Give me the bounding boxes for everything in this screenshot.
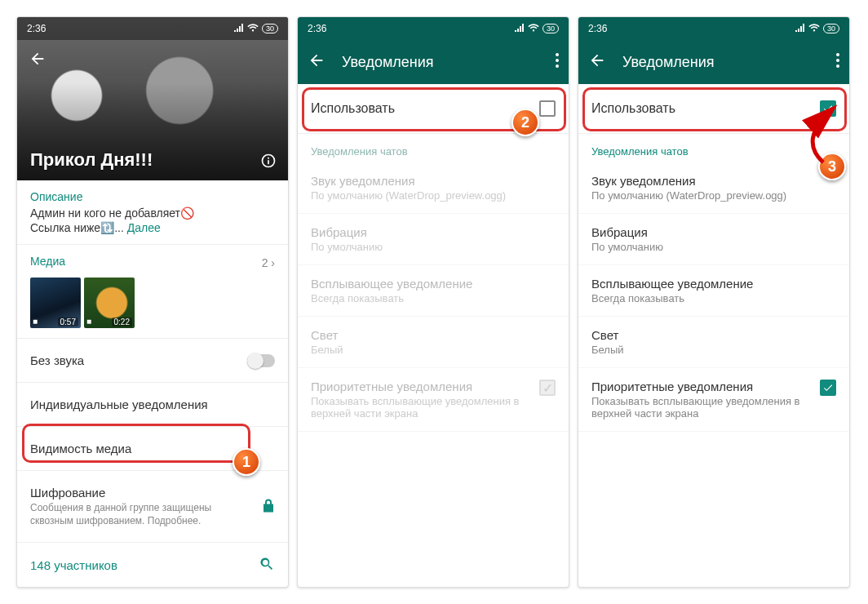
use-label: Использовать — [311, 101, 395, 116]
custom-notifications-row[interactable]: Индивидуальные уведомления — [17, 383, 288, 427]
status-bar: 2:36 30 — [17, 17, 288, 40]
app-bar: Уведомления — [298, 40, 569, 84]
battery-icon: 30 — [823, 24, 839, 33]
wifi-icon — [528, 24, 539, 33]
svg-point-1 — [268, 158, 269, 159]
status-bar: 2:36 30 — [298, 17, 569, 40]
description-heading: Описание — [30, 190, 275, 203]
light-row: Свет Белый — [298, 317, 569, 368]
priority-checkbox[interactable] — [820, 380, 836, 396]
wifi-icon — [247, 24, 259, 33]
chat-notif-header: Уведомления чатов — [298, 134, 569, 162]
search-icon[interactable] — [259, 556, 275, 575]
back-button[interactable] — [29, 50, 46, 71]
more-icon[interactable] — [556, 53, 559, 72]
priority-checkbox: ✓ — [539, 380, 556, 396]
media-section[interactable]: Медиа 2 › ■ 0:57 ■ 0:22 — [17, 245, 288, 339]
chat-notif-header: Уведомления чатов — [578, 134, 849, 162]
light-row[interactable]: Свет Белый — [578, 317, 849, 368]
use-label: Использовать — [591, 101, 675, 116]
encryption-row[interactable]: Шифрование Сообщения в данной группе защ… — [17, 471, 288, 543]
battery-icon: 30 — [262, 24, 278, 33]
svg-point-7 — [836, 59, 839, 62]
media-thumb-1[interactable]: ■ 0:57 — [30, 278, 81, 328]
phone-screen-notifications-enabled: 2:36 30 Уведомления Использовать Уведомл… — [578, 16, 850, 588]
status-icons: 30 — [795, 24, 839, 33]
status-icons: 30 — [515, 24, 559, 33]
sound-row: Звук уведомления По умолчанию (WaterDrop… — [298, 162, 569, 214]
description-line1: Админ ни кого не добавляет🚫 — [30, 207, 275, 220]
video-icon: ■ — [33, 317, 38, 326]
mute-toggle[interactable] — [247, 354, 275, 367]
signal-icon — [795, 24, 805, 33]
priority-row: Приоритетные уведомления Показывать вспл… — [298, 368, 569, 432]
mute-row[interactable]: Без звука — [17, 339, 288, 383]
svg-point-3 — [556, 53, 559, 56]
vibration-row: Вибрация По умолчанию — [298, 214, 569, 265]
svg-point-8 — [836, 64, 839, 68]
popup-row[interactable]: Всплывающее уведомление Всегда показыват… — [578, 265, 849, 317]
wifi-icon — [808, 24, 820, 33]
callout-badge-2: 2 — [512, 109, 539, 136]
signal-icon — [515, 24, 525, 33]
participants-row[interactable]: 148 участников — [17, 543, 288, 588]
media-thumb-2[interactable]: ■ 0:22 — [84, 278, 135, 328]
status-time: 2:36 — [588, 23, 607, 34]
app-bar: Уведомления — [578, 40, 849, 84]
battery-icon: 30 — [542, 24, 559, 33]
more-icon[interactable] — [836, 53, 839, 72]
back-button[interactable] — [308, 51, 326, 73]
priority-row[interactable]: Приоритетные уведомления Показывать вспл… — [578, 368, 849, 432]
appbar-title: Уведомления — [342, 54, 539, 71]
status-time: 2:36 — [308, 23, 326, 34]
svg-point-4 — [556, 59, 559, 62]
sound-row[interactable]: Звук уведомления По умолчанию (WaterDrop… — [578, 162, 849, 214]
info-icon[interactable] — [260, 153, 277, 172]
phone-screen-notifications-disabled: 2:36 30 Уведомления Использовать Уведомл… — [297, 16, 569, 588]
thumb-2-duration: 0:22 — [112, 318, 132, 326]
description-section[interactable]: Описание Админ ни кого не добавляет🚫 Ссы… — [17, 180, 288, 245]
popup-row: Всплывающее уведомление Всегда показыват… — [298, 265, 569, 317]
back-button[interactable] — [588, 51, 606, 73]
svg-point-5 — [556, 64, 559, 68]
media-label: Медиа — [30, 255, 65, 268]
appbar-title: Уведомления — [622, 54, 820, 71]
status-bar: 2:36 30 — [578, 17, 849, 40]
group-cover: Прикол Дня!!! — [17, 17, 288, 180]
description-more-link[interactable]: Далее — [127, 221, 161, 234]
lock-icon — [262, 498, 275, 515]
custom-notifications-label: Индивидуальные уведомления — [30, 397, 208, 411]
description-line2: Ссылка ниже🔃... Далее — [30, 221, 275, 234]
encryption-sub: Сообщения в данной группе защищены сквоз… — [30, 501, 242, 527]
media-visibility-label: Видимость медиа — [30, 442, 131, 455]
signal-icon — [234, 24, 244, 33]
mute-label: Без звука — [30, 353, 84, 367]
callout-badge-3: 3 — [818, 153, 846, 180]
use-checkbox-checked[interactable] — [820, 100, 836, 117]
thumb-1-duration: 0:57 — [58, 318, 78, 326]
vibration-row[interactable]: Вибрация По умолчанию — [578, 214, 849, 265]
status-icons: 30 — [234, 24, 278, 33]
encryption-title: Шифрование — [30, 486, 105, 500]
group-title: Прикол Дня!!! — [30, 149, 275, 171]
participants-count: 148 участников — [30, 558, 117, 572]
use-custom-row[interactable]: Использовать — [578, 84, 849, 134]
media-count: 2 › — [262, 256, 275, 269]
use-checkbox-unchecked[interactable] — [539, 100, 556, 117]
video-icon: ■ — [86, 317, 91, 326]
svg-rect-2 — [268, 160, 269, 164]
phone-screen-group-info: 2:36 30 Прикол Дня!!! Описание Админ ни … — [16, 16, 289, 588]
svg-point-6 — [836, 53, 839, 56]
callout-badge-1: 1 — [232, 448, 260, 476]
status-time: 2:36 — [27, 23, 46, 34]
